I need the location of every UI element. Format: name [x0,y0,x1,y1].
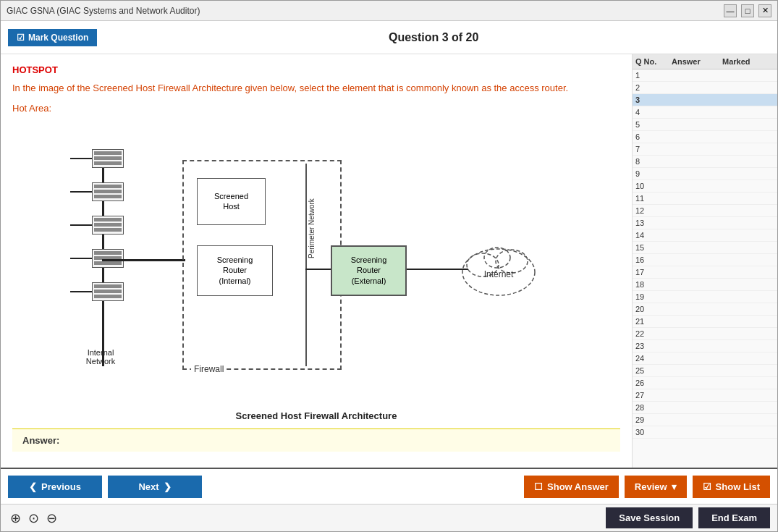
server-icon-3 [92,216,124,235]
table-row[interactable]: 11 [633,193,777,205]
table-row[interactable]: 19 [633,291,777,303]
review-dropdown-icon: ▾ [672,481,677,492]
close-button[interactable]: ✕ [758,4,771,17]
zoom-reset-button[interactable]: ⊙ [26,510,41,526]
table-row[interactable]: 10 [633,180,777,193]
q-cell-marked [722,415,766,424]
firewall-label: Firewall [191,364,227,374]
s3-bar2 [94,223,122,227]
q-cell-answer [672,256,722,264]
table-row[interactable]: 15 [633,242,777,254]
show-list-button[interactable]: ☑ Show List [693,476,770,498]
answer-label: Answer: [22,435,59,446]
s5-bar2 [94,290,122,293]
zoom-out-button[interactable]: ⊖ [44,510,59,526]
q-cell-answer [672,342,722,350]
table-row[interactable]: 5 [633,119,777,131]
q-cell-answer [672,169,722,178]
table-row[interactable]: 23 [633,340,777,352]
table-row[interactable]: 12 [633,205,777,217]
q-cell-marked [722,145,766,153]
server-icon-2 [92,182,124,201]
table-row[interactable]: 28 [633,402,777,414]
table-row[interactable]: 1 [633,69,777,82]
server-5 [70,282,124,301]
table-row[interactable]: 13 [633,217,777,229]
server-3 [70,216,124,235]
right-panel: Q No. Answer Marked 12345678910111213141… [633,54,777,468]
table-row[interactable]: 9 [633,168,777,180]
s3-bar3 [94,228,122,232]
s5-bar1 [94,284,122,288]
q-cell-number: 25 [635,366,672,375]
table-row[interactable]: 4 [633,106,777,119]
screening-router-external-box[interactable]: ScreeningRouter(External) [331,245,407,296]
table-row[interactable]: 8 [633,156,777,168]
table-row[interactable]: 7 [633,143,777,156]
server-1 [70,149,124,168]
screening-router-internal-box[interactable]: ScreeningRouter(Internal) [197,245,273,296]
q-cell-number: 21 [635,317,672,326]
show-answer-checkbox-icon: ☐ [534,481,543,492]
zoom-controls: ⊕ ⊙ ⊖ [8,510,59,526]
show-list-checkbox-icon: ☑ [703,481,711,492]
table-row[interactable]: 26 [633,377,777,389]
screened-host-box[interactable]: ScreenedHost [197,178,266,225]
table-row[interactable]: 16 [633,254,777,266]
q-cell-marked [722,206,766,215]
table-row[interactable]: 6 [633,131,777,143]
internal-network-label: Internal Network [72,348,130,366]
table-row[interactable]: 25 [633,365,777,377]
previous-button[interactable]: Previous [8,476,102,498]
save-session-button[interactable]: Save Session [606,507,693,528]
end-exam-button[interactable]: End Exam [698,507,770,528]
q-cell-answer [672,268,722,276]
table-row[interactable]: 18 [633,279,777,291]
review-label: Review [635,481,667,492]
q-cell-number: 27 [635,391,672,400]
table-row[interactable]: 2 [633,82,777,94]
s4-bar3 [94,261,122,265]
s2-bar3 [94,195,122,198]
server-4 [70,249,124,268]
question-title: Question 3 of 20 [97,31,770,44]
table-row[interactable]: 17 [633,266,777,279]
q-cell-marked [722,366,766,375]
table-row[interactable]: 3 [633,94,777,106]
mark-question-button[interactable]: ☑ Mark Question [8,29,97,46]
server-2 [70,182,124,201]
server-icon-4 [92,249,124,268]
q-cell-marked [722,391,766,400]
table-row[interactable]: 27 [633,389,777,402]
minimize-button[interactable]: — [724,4,737,17]
header-marked: Marked [722,57,766,66]
q-cell-marked [722,182,766,190]
zoom-in-button[interactable]: ⊕ [8,510,23,526]
table-row[interactable]: 24 [633,352,777,365]
maximize-button[interactable]: □ [741,4,754,17]
show-answer-button[interactable]: ☐ Show Answer [524,476,619,498]
q-cell-answer [672,108,722,117]
q-cell-answer [672,305,722,313]
q-cell-answer [672,219,722,227]
table-row[interactable]: 22 [633,328,777,340]
table-row[interactable]: 29 [633,414,777,426]
bottom-nav: Previous Next ☐ Show Answer Review ▾ ☑ S… [1,468,777,504]
table-row[interactable]: 30 [633,426,777,439]
q-cell-marked [722,329,766,338]
q-cell-number: 5 [635,120,672,129]
next-button[interactable]: Next [108,476,202,498]
table-row[interactable]: 20 [633,303,777,316]
q-cell-number: 13 [635,219,672,227]
question-list[interactable]: 1234567891011121314151617181920212223242… [633,69,777,468]
q-cell-number: 1 [635,71,672,80]
table-row[interactable]: 21 [633,316,777,328]
table-row[interactable]: 14 [633,229,777,242]
q-cell-marked [722,169,766,178]
q-cell-marked [722,256,766,264]
q-cell-answer [672,280,722,289]
question-text: In the image of the Screened Host Firewa… [12,81,620,96]
review-button[interactable]: Review ▾ [625,476,687,498]
q-cell-marked [722,120,766,129]
q-cell-marked [722,71,766,80]
